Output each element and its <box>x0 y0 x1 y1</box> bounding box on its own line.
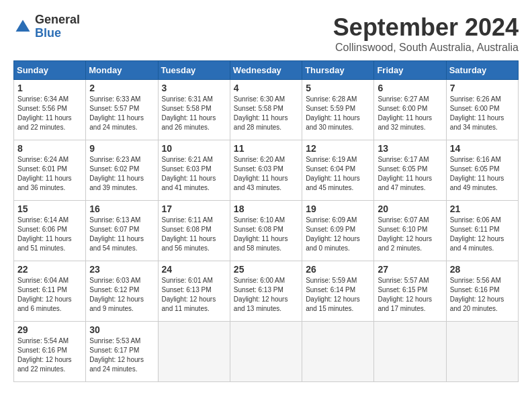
cell-details: Sunrise: 5:54 AMSunset: 6:16 PMDaylight:… <box>17 336 82 374</box>
calendar-cell: 12Sunrise: 6:19 AMSunset: 6:04 PMDayligh… <box>302 140 374 201</box>
day-number: 19 <box>306 203 370 214</box>
cell-details: Sunrise: 6:20 AMSunset: 6:03 PMDaylight:… <box>234 155 298 193</box>
calendar-cell: 1Sunrise: 6:34 AMSunset: 5:56 PMDaylight… <box>14 80 86 140</box>
calendar-cell: 4Sunrise: 6:30 AMSunset: 5:58 PMDaylight… <box>230 80 302 140</box>
cell-details: Sunrise: 6:23 AMSunset: 6:02 PMDaylight:… <box>89 155 154 193</box>
day-number: 15 <box>17 203 82 214</box>
logo-icon <box>13 17 32 36</box>
day-number: 10 <box>162 143 226 154</box>
cell-details: Sunrise: 6:01 AMSunset: 6:13 PMDaylight:… <box>162 276 226 314</box>
calendar-cell: 24Sunrise: 6:01 AMSunset: 6:13 PMDayligh… <box>158 261 230 322</box>
calendar-cell <box>302 322 374 382</box>
day-number: 17 <box>162 203 226 214</box>
calendar-cell: 8Sunrise: 6:24 AMSunset: 6:01 PMDaylight… <box>14 140 86 201</box>
column-header-wednesday: Wednesday <box>230 61 302 80</box>
calendar-cell: 14Sunrise: 6:16 AMSunset: 6:05 PMDayligh… <box>446 140 518 201</box>
cell-details: Sunrise: 6:09 AMSunset: 6:09 PMDaylight:… <box>306 216 370 253</box>
column-header-friday: Friday <box>374 61 446 80</box>
calendar-cell: 25Sunrise: 6:00 AMSunset: 6:13 PMDayligh… <box>230 261 302 322</box>
cell-details: Sunrise: 6:17 AMSunset: 6:05 PMDaylight:… <box>378 155 442 193</box>
column-header-tuesday: Tuesday <box>158 61 230 80</box>
calendar-cell: 29Sunrise: 5:54 AMSunset: 6:16 PMDayligh… <box>14 322 86 382</box>
day-number: 30 <box>89 324 154 335</box>
column-header-sunday: Sunday <box>14 61 86 80</box>
cell-details: Sunrise: 6:06 AMSunset: 6:11 PMDaylight:… <box>450 216 515 253</box>
cell-details: Sunrise: 6:33 AMSunset: 5:57 PMDaylight:… <box>89 95 154 132</box>
calendar-cell: 10Sunrise: 6:21 AMSunset: 6:03 PMDayligh… <box>158 140 230 201</box>
cell-details: Sunrise: 6:03 AMSunset: 6:12 PMDaylight:… <box>89 276 154 314</box>
day-number: 28 <box>450 264 515 275</box>
column-header-thursday: Thursday <box>302 61 374 80</box>
day-number: 14 <box>450 143 515 154</box>
week-row-1: 1Sunrise: 6:34 AMSunset: 5:56 PMDaylight… <box>14 80 519 140</box>
calendar-cell <box>158 322 230 382</box>
calendar-cell: 19Sunrise: 6:09 AMSunset: 6:09 PMDayligh… <box>302 201 374 261</box>
day-number: 16 <box>89 203 154 214</box>
calendar-cell: 23Sunrise: 6:03 AMSunset: 6:12 PMDayligh… <box>86 261 158 322</box>
week-row-5: 29Sunrise: 5:54 AMSunset: 6:16 PMDayligh… <box>14 322 519 382</box>
cell-details: Sunrise: 5:59 AMSunset: 6:14 PMDaylight:… <box>306 276 370 314</box>
calendar-cell <box>374 322 446 382</box>
cell-details: Sunrise: 6:31 AMSunset: 5:58 PMDaylight:… <box>162 95 226 132</box>
cell-details: Sunrise: 6:24 AMSunset: 6:01 PMDaylight:… <box>17 155 82 193</box>
week-row-4: 22Sunrise: 6:04 AMSunset: 6:11 PMDayligh… <box>14 261 519 322</box>
calendar-cell: 3Sunrise: 6:31 AMSunset: 5:58 PMDaylight… <box>158 80 230 140</box>
svg-marker-0 <box>16 19 30 32</box>
day-number: 3 <box>162 83 226 93</box>
day-number: 25 <box>234 264 298 275</box>
column-header-monday: Monday <box>86 61 158 80</box>
day-number: 11 <box>234 143 298 154</box>
day-number: 22 <box>17 264 82 275</box>
day-number: 18 <box>234 203 298 214</box>
day-number: 1 <box>17 83 82 93</box>
page-header: General Blue September 2024 Collinswood,… <box>13 13 519 54</box>
cell-details: Sunrise: 6:27 AMSunset: 6:00 PMDaylight:… <box>378 95 442 132</box>
day-number: 23 <box>89 264 154 275</box>
logo: General Blue <box>13 13 80 40</box>
cell-details: Sunrise: 6:28 AMSunset: 5:59 PMDaylight:… <box>306 95 370 132</box>
calendar-cell: 13Sunrise: 6:17 AMSunset: 6:05 PMDayligh… <box>374 140 446 201</box>
calendar-cell: 2Sunrise: 6:33 AMSunset: 5:57 PMDaylight… <box>86 80 158 140</box>
day-number: 4 <box>234 83 298 93</box>
cell-details: Sunrise: 6:11 AMSunset: 6:08 PMDaylight:… <box>162 216 226 253</box>
day-number: 7 <box>450 83 515 93</box>
calendar-cell <box>446 322 518 382</box>
calendar-cell: 27Sunrise: 5:57 AMSunset: 6:15 PMDayligh… <box>374 261 446 322</box>
title-block: September 2024 Collinswood, South Austra… <box>333 13 519 54</box>
calendar-cell: 28Sunrise: 5:56 AMSunset: 6:16 PMDayligh… <box>446 261 518 322</box>
cell-details: Sunrise: 5:57 AMSunset: 6:15 PMDaylight:… <box>378 276 442 314</box>
logo-blue: Blue <box>35 26 61 40</box>
day-number: 24 <box>162 264 226 275</box>
cell-details: Sunrise: 6:07 AMSunset: 6:10 PMDaylight:… <box>378 216 442 253</box>
cell-details: Sunrise: 6:19 AMSunset: 6:04 PMDaylight:… <box>306 155 370 193</box>
week-row-2: 8Sunrise: 6:24 AMSunset: 6:01 PMDaylight… <box>14 140 519 201</box>
day-number: 27 <box>378 264 442 275</box>
calendar-cell: 15Sunrise: 6:14 AMSunset: 6:06 PMDayligh… <box>14 201 86 261</box>
day-number: 20 <box>378 203 442 214</box>
cell-details: Sunrise: 6:34 AMSunset: 5:56 PMDaylight:… <box>17 95 82 132</box>
cell-details: Sunrise: 6:26 AMSunset: 6:00 PMDaylight:… <box>450 95 515 132</box>
cell-details: Sunrise: 6:10 AMSunset: 6:08 PMDaylight:… <box>234 216 298 253</box>
calendar-cell: 30Sunrise: 5:53 AMSunset: 6:17 PMDayligh… <box>86 322 158 382</box>
calendar-cell: 21Sunrise: 6:06 AMSunset: 6:11 PMDayligh… <box>446 201 518 261</box>
calendar-cell: 22Sunrise: 6:04 AMSunset: 6:11 PMDayligh… <box>14 261 86 322</box>
calendar-table: SundayMondayTuesdayWednesdayThursdayFrid… <box>13 60 519 382</box>
calendar-cell: 9Sunrise: 6:23 AMSunset: 6:02 PMDaylight… <box>86 140 158 201</box>
cell-details: Sunrise: 6:04 AMSunset: 6:11 PMDaylight:… <box>17 276 82 314</box>
day-number: 12 <box>306 143 370 154</box>
cell-details: Sunrise: 5:53 AMSunset: 6:17 PMDaylight:… <box>89 336 154 374</box>
calendar-cell: 20Sunrise: 6:07 AMSunset: 6:10 PMDayligh… <box>374 201 446 261</box>
day-number: 2 <box>89 83 154 93</box>
cell-details: Sunrise: 6:30 AMSunset: 5:58 PMDaylight:… <box>234 95 298 132</box>
column-header-saturday: Saturday <box>446 61 518 80</box>
day-number: 13 <box>378 143 442 154</box>
day-number: 29 <box>17 324 82 335</box>
calendar-cell: 6Sunrise: 6:27 AMSunset: 6:00 PMDaylight… <box>374 80 446 140</box>
cell-details: Sunrise: 6:14 AMSunset: 6:06 PMDaylight:… <box>17 216 82 253</box>
header-row: SundayMondayTuesdayWednesdayThursdayFrid… <box>14 61 519 80</box>
calendar-cell: 18Sunrise: 6:10 AMSunset: 6:08 PMDayligh… <box>230 201 302 261</box>
day-number: 8 <box>17 143 82 154</box>
calendar-cell: 11Sunrise: 6:20 AMSunset: 6:03 PMDayligh… <box>230 140 302 201</box>
calendar-cell: 26Sunrise: 5:59 AMSunset: 6:14 PMDayligh… <box>302 261 374 322</box>
calendar-cell: 5Sunrise: 6:28 AMSunset: 5:59 PMDaylight… <box>302 80 374 140</box>
